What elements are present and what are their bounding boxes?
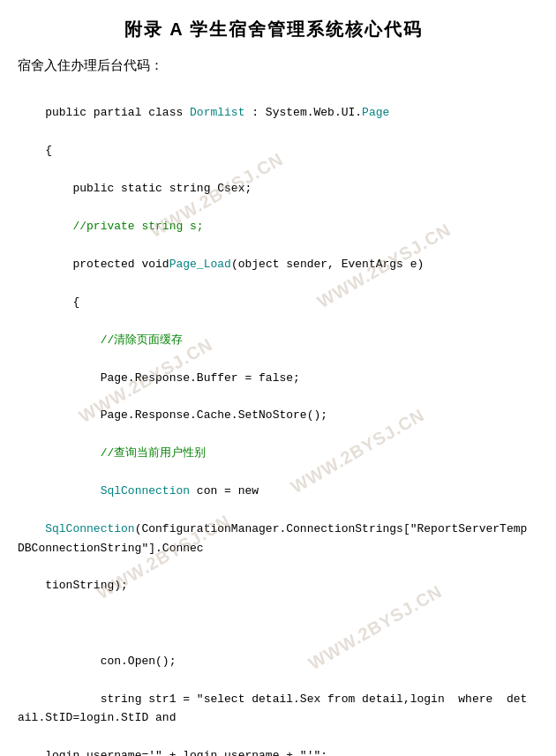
page-container: WWW.2BYSJ.CN WWW.2BYSJ.CN WWW.2BYSJ.CN W… <box>0 0 556 756</box>
section-label: 宿舍入住办理后台代码： <box>18 57 530 74</box>
code-class-name: Dormlist <box>190 106 244 119</box>
code-line-1: public partial class <box>45 106 190 119</box>
code-block: public partial class Dormlist : System.W… <box>18 85 530 756</box>
page-title: 附录 A 学生宿舍管理系统核心代码 <box>18 18 530 41</box>
